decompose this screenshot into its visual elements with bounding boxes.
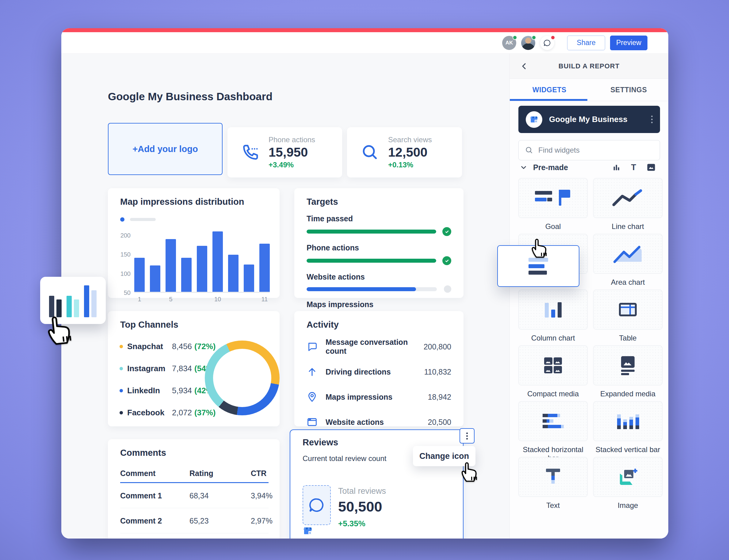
widget-tile-image[interactable] xyxy=(593,457,662,497)
image-icon xyxy=(617,467,638,486)
online-indicator xyxy=(532,35,536,40)
widget-label: Stacked vertical bar xyxy=(593,445,662,454)
widget-targets[interactable]: Targets Time passed Phone actions Websit… xyxy=(294,188,464,298)
activity-label: Maps impressions xyxy=(326,393,428,402)
data-source-card[interactable]: G Google My Business xyxy=(518,106,660,133)
widget-tile-expanded-media[interactable] xyxy=(593,345,662,385)
cell-comment: Comment 1 xyxy=(120,491,189,500)
activity-row: Maps impressions 18,942 xyxy=(307,389,451,405)
avatar-photo[interactable] xyxy=(521,36,535,50)
widget-label: Area chart xyxy=(593,278,662,287)
add-logo-placeholder[interactable]: +Add your logo xyxy=(108,123,223,175)
kpi-card-search-views[interactable]: Search views 12,500 +0.13% xyxy=(347,127,462,177)
widget-label: Goal xyxy=(518,222,588,231)
column-header: Rating xyxy=(189,469,251,478)
bar xyxy=(228,230,239,292)
widget-tile-stacked-vertical-bar[interactable] xyxy=(593,401,662,441)
metric-delta: +5.35% xyxy=(338,519,365,528)
channel-percent: (72%) xyxy=(194,342,216,351)
avatar-initials: AK xyxy=(506,40,513,46)
notification-dot xyxy=(551,35,555,40)
widget-tile-area-chart[interactable] xyxy=(593,234,662,274)
widget-label: Expanded media xyxy=(593,390,662,398)
target-label: Maps impressions xyxy=(307,300,451,309)
widget-activity[interactable]: Activity Message conversation count 200,… xyxy=(294,311,464,426)
widget-tile-table[interactable] xyxy=(593,290,662,330)
y-tick-label: 100 xyxy=(120,270,131,277)
area-chart-icon xyxy=(611,244,645,264)
app-header: AK Share Preview xyxy=(61,32,668,54)
channel-row-linkedin: LinkedIn 5,934 (42%) xyxy=(120,386,216,395)
page-title: Google My Business Dashboard xyxy=(108,90,273,103)
chart-filter-icon[interactable] xyxy=(612,163,621,172)
widget-map-impressions-chart[interactable]: Map impressions distribution 50100150200… xyxy=(108,188,280,298)
tab-settings[interactable]: SETTINGS xyxy=(589,79,669,101)
preview-button[interactable]: Preview xyxy=(610,36,647,50)
image-filter-icon[interactable] xyxy=(647,163,656,172)
channel-percent: (37%) xyxy=(194,408,216,417)
channel-dot xyxy=(120,367,123,370)
widget-kebab-menu-button[interactable] xyxy=(460,428,475,444)
activity-value: 18,942 xyxy=(428,393,451,402)
kpi-value: 12,500 xyxy=(388,145,432,159)
widget-tile-goal[interactable] xyxy=(518,178,588,218)
stacked-horizontal-bar-icon xyxy=(542,413,564,429)
widget-comments-table[interactable]: Comments Comment Rating CTR Comment 1 68… xyxy=(108,439,280,539)
google-my-business-icon: G xyxy=(303,526,313,536)
widget-tile-column-chart[interactable] xyxy=(518,290,588,330)
activity-value: 200,800 xyxy=(424,342,451,351)
app-window: AK Share Preview Google My Business Dash… xyxy=(61,28,668,539)
legend-skeleton-label xyxy=(130,218,156,221)
channel-name: LinkedIn xyxy=(127,386,163,395)
bar: 5 xyxy=(166,230,176,292)
cell-comment: Comment 2 xyxy=(120,516,189,525)
widget-tile-line-chart[interactable] xyxy=(593,178,662,218)
y-tick-label: 150 xyxy=(120,251,131,258)
progress-track xyxy=(307,259,436,263)
widget-tile-stacked-horizontal-bar[interactable] xyxy=(518,401,588,441)
grab-hand-cursor xyxy=(530,236,549,259)
metric-label: Total reviews xyxy=(338,486,386,496)
channel-value: 2,072 xyxy=(172,408,192,417)
activity-value: 20,500 xyxy=(428,418,451,427)
kpi-card-phone-actions[interactable]: Phone actions 15,950 +3.49% xyxy=(227,127,342,177)
stacked-vertical-bar-icon xyxy=(616,413,640,430)
legend-series-dot xyxy=(120,217,124,222)
share-button[interactable]: Share xyxy=(567,36,605,50)
widget-type-filters: T xyxy=(612,163,660,172)
chart-legend xyxy=(120,217,270,222)
metric-value: 50,500 xyxy=(338,498,382,515)
donut-chart xyxy=(205,341,280,415)
horizontal-bar-icon xyxy=(529,258,548,275)
channel-name: Facebook xyxy=(127,408,163,417)
widget-top-channels[interactable]: Top Channels Snapchat 8,456 (72%) Instag… xyxy=(108,311,280,426)
widget-title: Map impressions distribution xyxy=(120,197,270,207)
widget-tile-compact-media[interactable] xyxy=(518,345,588,385)
bar xyxy=(150,230,160,292)
target-label: Website actions xyxy=(307,272,451,281)
browser-window-icon xyxy=(307,417,318,428)
tab-widgets[interactable]: WIDGETS xyxy=(510,79,589,101)
widget-tile-text[interactable] xyxy=(518,457,588,497)
widget-reviews-selected[interactable]: Reviews Current total review count Total… xyxy=(290,429,464,539)
bar: 11 xyxy=(259,230,270,292)
source-kebab-menu[interactable] xyxy=(651,116,653,123)
review-icon-dropzone[interactable] xyxy=(303,485,331,525)
widget-search-box[interactable] xyxy=(518,140,660,160)
pending-circle-icon xyxy=(444,285,451,293)
channel-row-instagram: Instagram 7,834 (54%) xyxy=(120,364,216,373)
widget-label: Image xyxy=(593,501,662,510)
pointer-hand-cursor xyxy=(460,459,480,483)
text-filter-icon[interactable]: T xyxy=(631,163,636,172)
bar: 10 xyxy=(212,230,223,292)
comments-toggle[interactable] xyxy=(540,36,554,50)
chevron-down-icon[interactable] xyxy=(520,163,528,171)
widget-label: Text xyxy=(518,501,588,510)
progress-track xyxy=(307,230,436,234)
search-input[interactable] xyxy=(538,146,654,154)
back-chevron-icon[interactable] xyxy=(520,62,529,71)
widget-title: Top Channels xyxy=(120,320,280,330)
avatar-ak[interactable]: AK xyxy=(502,36,516,50)
channel-dot xyxy=(120,411,123,414)
table-header: Comment Rating CTR xyxy=(120,469,269,483)
